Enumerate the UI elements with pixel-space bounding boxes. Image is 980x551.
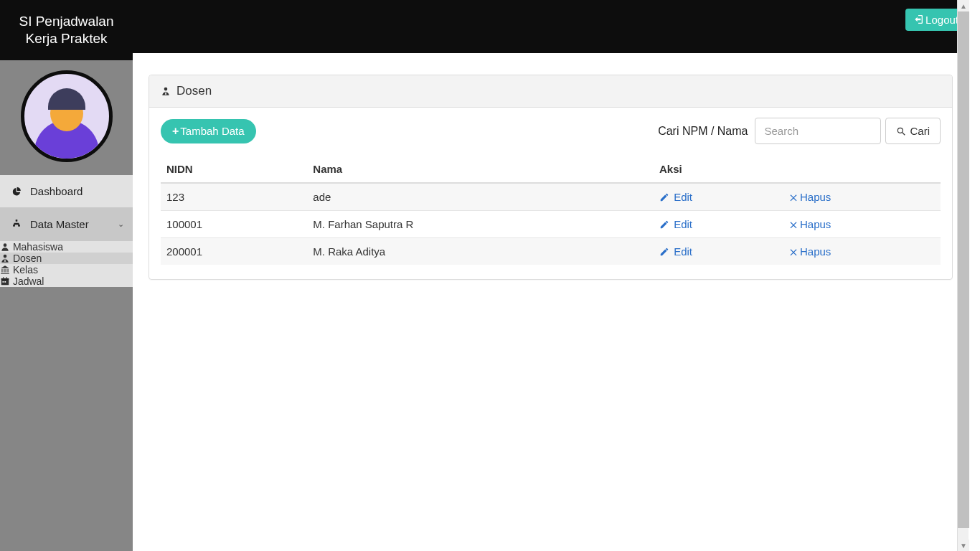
- user-tie-icon: [0, 253, 13, 264]
- cell-nidn: 100001: [161, 211, 307, 238]
- avatar-container: [0, 60, 133, 175]
- sidebar-item-mahasiswa[interactable]: Mahasiswa: [0, 241, 133, 253]
- brand-line2: Kerja Praktek: [25, 31, 107, 46]
- scrollbar-thumb[interactable]: [958, 11, 969, 528]
- sidebar-item-kelas[interactable]: Kelas: [0, 264, 133, 276]
- cell-nidn: 123: [161, 183, 307, 211]
- sidebar-item-data-master[interactable]: Data Master ⌄: [0, 208, 133, 241]
- svg-point-4: [4, 254, 7, 258]
- cell-nama: M. Farhan Saputra R: [307, 211, 654, 238]
- search-input[interactable]: [755, 118, 881, 144]
- svg-line-13: [903, 133, 905, 136]
- sidebar: SI Penjadwalan Kerja Praktek Dashboard: [0, 0, 133, 551]
- logout-label: Logout: [925, 14, 958, 26]
- nav-label: Data Master: [30, 218, 89, 230]
- scroll-down-icon[interactable]: ▼: [958, 540, 969, 551]
- col-aksi: Aksi: [654, 156, 941, 183]
- svg-point-12: [898, 128, 903, 133]
- panel-body: + Tambah Data Cari NPM / Nama Cari: [149, 108, 952, 279]
- brand-line1: SI Penjadwalan: [19, 14, 113, 29]
- col-nama: Nama: [307, 156, 654, 183]
- nav: Dashboard Data Master ⌄: [0, 175, 133, 241]
- edit-link[interactable]: Edit: [659, 191, 692, 203]
- panel-title: Dosen: [176, 84, 212, 98]
- logout-icon: [913, 14, 924, 26]
- search-label: Cari NPM / Nama: [658, 125, 748, 138]
- svg-rect-1: [13, 225, 14, 226]
- nav-label: Kelas: [13, 264, 38, 276]
- search-button-label: Cari: [910, 125, 930, 137]
- col-nidn: NIDN: [161, 156, 307, 183]
- sidebar-item-dosen[interactable]: Dosen: [0, 253, 133, 264]
- brand: SI Penjadwalan Kerja Praktek: [0, 0, 133, 60]
- table-row: 200001M. Raka Aditya EditHapus: [161, 238, 941, 265]
- svg-rect-6: [1, 278, 9, 279]
- panel-dosen: Dosen + Tambah Data Cari NPM / Nama: [149, 75, 953, 280]
- cell-nama: ade: [307, 183, 654, 211]
- plus-icon: +: [172, 125, 179, 138]
- content: Dosen + Tambah Data Cari NPM / Nama: [133, 53, 969, 301]
- cell-nidn: 200001: [161, 238, 307, 265]
- svg-rect-7: [3, 277, 4, 279]
- add-label: Tambah Data: [180, 125, 244, 137]
- pencil-icon: [659, 248, 669, 258]
- cell-nama: M. Raka Aditya: [307, 238, 654, 265]
- table-row: 100001M. Farhan Saputra R EditHapus: [161, 211, 941, 238]
- search-icon: [896, 125, 906, 137]
- svg-point-11: [164, 88, 168, 91]
- institution-icon: [0, 264, 13, 276]
- user-icon: [0, 241, 13, 253]
- close-icon: [788, 248, 798, 258]
- svg-rect-9: [3, 281, 4, 283]
- topbar: Logout: [133, 0, 969, 53]
- pencil-icon: [659, 193, 669, 203]
- svg-rect-8: [6, 277, 7, 279]
- chevron-down-icon: ⌄: [118, 220, 124, 229]
- svg-rect-0: [16, 220, 17, 221]
- table-row: 123ade EditHapus: [161, 183, 941, 211]
- delete-link[interactable]: Hapus: [788, 191, 831, 203]
- avatar: [21, 70, 113, 162]
- user-tie-icon: [161, 85, 171, 97]
- delete-link[interactable]: Hapus: [788, 245, 831, 258]
- sidebar-item-jadwal[interactable]: Jadwal: [0, 276, 133, 287]
- calendar-icon: [0, 276, 13, 287]
- main: Logout Dosen + Tambah Data: [133, 0, 969, 551]
- search-group: Cari NPM / Nama Cari: [658, 118, 941, 144]
- data-table: NIDN Nama Aksi 123ade EditHapus100001M. …: [161, 156, 941, 265]
- panel-header: Dosen: [149, 75, 952, 108]
- close-icon: [788, 220, 798, 230]
- scroll-up-icon[interactable]: ▲: [958, 0, 969, 11]
- scrollbar[interactable]: ▲ ▼: [957, 0, 969, 551]
- sub-nav: Mahasiswa Dosen Kelas: [0, 241, 133, 287]
- sidebar-item-dashboard[interactable]: Dashboard: [0, 175, 133, 208]
- svg-point-3: [4, 243, 7, 247]
- add-button[interactable]: + Tambah Data: [161, 119, 256, 143]
- nav-label: Mahasiswa: [13, 241, 63, 253]
- dashboard-icon: [10, 186, 23, 196]
- nav-label: Dashboard: [30, 185, 83, 197]
- svg-rect-2: [18, 225, 19, 226]
- delete-link[interactable]: Hapus: [788, 218, 831, 230]
- svg-rect-10: [4, 281, 6, 283]
- nav-label: Jadwal: [13, 276, 44, 287]
- edit-link[interactable]: Edit: [659, 218, 692, 230]
- edit-link[interactable]: Edit: [659, 245, 692, 258]
- pencil-icon: [659, 220, 669, 230]
- toolbar: + Tambah Data Cari NPM / Nama Cari: [161, 118, 941, 144]
- nav-label: Dosen: [13, 253, 42, 264]
- search-button[interactable]: Cari: [885, 118, 941, 144]
- close-icon: [788, 193, 798, 203]
- sitemap-icon: [10, 219, 23, 229]
